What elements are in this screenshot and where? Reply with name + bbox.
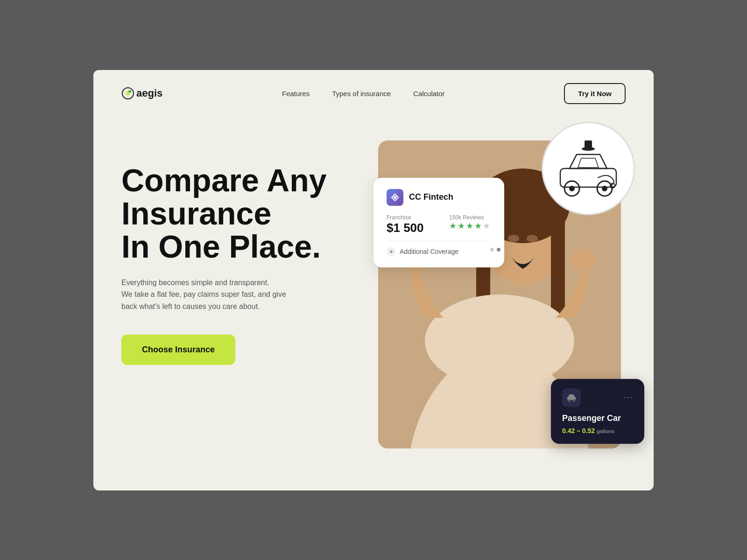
navbar: aegis Features Types of insurance Calcul…	[93, 70, 654, 117]
dot-2	[497, 248, 500, 252]
choose-insurance-button[interactable]: Choose Insurance	[121, 335, 235, 365]
car-small-icon	[566, 393, 577, 402]
hero-subtitle: Everything becomes simple and transparen…	[121, 277, 308, 313]
hero-title: Compare Any Insurance In One Place.	[121, 164, 364, 264]
nav-features[interactable]: Features	[282, 90, 310, 98]
svg-point-13	[394, 196, 396, 199]
fintech-logo	[387, 189, 403, 206]
main-window: aegis Features Types of insurance Calcul…	[93, 70, 654, 490]
car-illustration-svg	[551, 136, 626, 201]
card-menu-dots[interactable]: ···	[623, 392, 633, 402]
car-icon	[562, 388, 581, 407]
nav-calculator[interactable]: Calculator	[413, 90, 445, 98]
illustration-circle	[542, 122, 635, 215]
fintech-details-row: Franchise $1 500 150k Reviews ★★★★★	[387, 214, 491, 235]
svg-point-9	[527, 235, 538, 242]
try-now-button[interactable]: Try it Now	[564, 83, 626, 104]
hero-section: Compare Any Insurance In One Place. Ever…	[93, 117, 654, 490]
carousel-dots	[490, 248, 500, 252]
nav-links: Features Types of insurance Calculator	[282, 90, 445, 98]
star-rating: ★★★★★	[449, 221, 491, 231]
fintech-card: CC Fintech Franchise $1 500 150k Reviews…	[374, 178, 504, 267]
card-divider	[387, 241, 491, 241]
passenger-card-header: ···	[562, 388, 633, 407]
svg-point-10	[425, 294, 574, 388]
svg-rect-22	[567, 397, 576, 400]
svg-point-8	[508, 235, 519, 242]
svg-point-18	[602, 186, 607, 191]
logo-text: aegis	[136, 87, 162, 99]
additional-coverage-row: + Additional Coverage	[387, 247, 491, 256]
svg-point-12	[570, 249, 596, 270]
fintech-logo-icon	[390, 192, 400, 203]
passenger-car-price: 0.42 – 0.52 gallons	[562, 427, 633, 434]
fintech-company-name: CC Fintech	[409, 192, 453, 202]
fintech-franchise: Franchise $1 500	[387, 214, 424, 235]
svg-point-1	[128, 90, 131, 93]
svg-rect-20	[585, 140, 592, 149]
logo-icon	[121, 87, 134, 100]
fintech-reviews: 150k Reviews ★★★★★	[449, 214, 491, 231]
dot-1	[490, 248, 494, 252]
nav-types[interactable]: Types of insurance	[332, 90, 391, 98]
hero-visual: CC Fintech Franchise $1 500 150k Reviews…	[364, 136, 626, 462]
hero-content: Compare Any Insurance In One Place. Ever…	[121, 136, 364, 365]
plus-icon: +	[387, 247, 396, 256]
passenger-car-card: ··· Passenger Car 0.42 – 0.52 gallons	[551, 379, 644, 444]
logo: aegis	[121, 87, 162, 100]
svg-point-17	[569, 186, 575, 191]
svg-rect-14	[560, 168, 616, 187]
passenger-car-title: Passenger Car	[562, 413, 633, 423]
fintech-card-header: CC Fintech	[387, 189, 491, 206]
